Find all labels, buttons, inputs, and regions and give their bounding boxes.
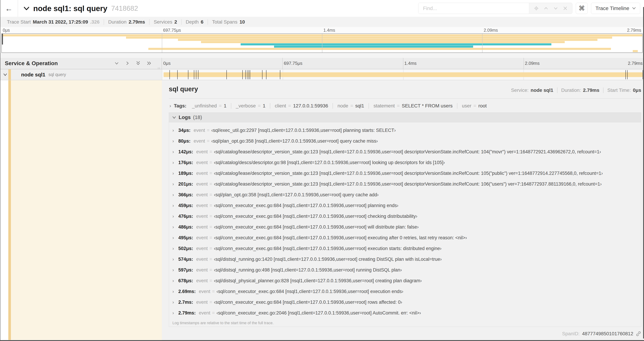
logs-header[interactable]: Logs (18) xyxy=(169,113,641,122)
log-entry[interactable]: › 574μs: event = ‹sql/distsql_running.go… xyxy=(169,254,641,265)
detail-left-column xyxy=(0,80,162,341)
chevron-right-icon: › xyxy=(172,289,178,294)
find-input[interactable] xyxy=(418,3,529,14)
expand-all-icon[interactable] xyxy=(147,61,152,66)
prev-match-icon[interactable] xyxy=(544,6,548,11)
expand-one-icon[interactable] xyxy=(125,61,130,66)
chevron-right-icon: › xyxy=(172,214,178,219)
log-entry[interactable]: › 176μs: event = ‹sql/catalog/descs/desc… xyxy=(169,157,641,168)
span-id-value: 4877749850101760812 xyxy=(582,331,633,336)
find-box xyxy=(418,3,572,14)
back-button[interactable]: ← xyxy=(0,0,18,17)
chevron-right-icon: › xyxy=(172,278,178,283)
log-timestamp: 502μs: xyxy=(178,246,193,251)
view-selector-button[interactable]: Trace Timeline xyxy=(591,3,640,14)
log-timestamp: 574μs: xyxy=(178,257,193,262)
collapse-one-icon[interactable] xyxy=(114,61,119,66)
trace-minimap[interactable] xyxy=(2,34,642,53)
log-entry[interactable]: › 678μs: event = ‹sql/distsql_physical_p… xyxy=(169,275,641,286)
horizontal-scrollbar[interactable] xyxy=(0,340,644,341)
tag-value: 127.0.0.1:59936 xyxy=(293,103,328,109)
summary-label: Total Spans xyxy=(212,19,237,25)
tag-key: user xyxy=(462,103,471,109)
link-icon[interactable] xyxy=(636,331,641,336)
tag[interactable]: statement = SELECT * FROM users xyxy=(368,103,457,109)
log-entry[interactable]: › 201μs: event = ‹sql/catalog/lease/desc… xyxy=(169,179,641,189)
log-field-name: event xyxy=(196,278,208,283)
log-marker-tick xyxy=(642,70,643,79)
meta-service-value: node sql1 xyxy=(530,88,553,93)
log-entry[interactable]: › 366μs: event = ‹sql/plan_opt.go:358 [n… xyxy=(169,189,641,200)
log-field-name: event xyxy=(196,257,208,262)
log-timestamp: 80μs: xyxy=(178,138,190,144)
detail-row-background xyxy=(11,80,162,340)
log-entry[interactable]: › 189μs: event = ‹sql/catalog/lease/desc… xyxy=(169,168,641,179)
log-entry[interactable]: › 34μs: event = ‹sql/exec_util.go:2297 [… xyxy=(169,125,641,136)
log-marker-tick xyxy=(627,70,628,79)
log-value: ‹sql/plan_opt.go:358 [nsql1,client=127.0… xyxy=(214,192,378,198)
tag-value: root xyxy=(478,103,487,109)
log-timestamp: 2.69ms: xyxy=(178,289,196,294)
trace-summary-item: Duration 2.79ms xyxy=(104,19,149,25)
span-row-name-cell[interactable]: node sql1 sql query xyxy=(0,69,162,80)
log-entry[interactable]: › 2.7ms: event = ‹sql/conn_executor_exec… xyxy=(169,297,641,307)
trace-summary-item: Depth 6 xyxy=(181,19,208,25)
tag-value: 1 xyxy=(263,103,266,109)
log-field-name: event xyxy=(196,224,208,230)
log-entry[interactable]: › 495μs: event = ‹sql/conn_executor_exec… xyxy=(169,232,641,243)
time-tick-label: 1.4ms xyxy=(324,28,335,33)
window-left-edge xyxy=(0,0,0,341)
log-entry[interactable]: › 2.79ms: event = ‹sql/conn_executor_exe… xyxy=(169,307,641,318)
trace-summary-item: Services 2 xyxy=(149,19,181,25)
log-field-name: event xyxy=(196,149,208,155)
tag-value: sql1 xyxy=(355,103,364,109)
tags-row[interactable]: › Tags: _unfinished = 1 _verbose = 1 cli… xyxy=(169,101,641,110)
next-match-icon[interactable] xyxy=(553,6,558,11)
log-marker-tick xyxy=(245,70,246,79)
summary-value: 6 xyxy=(201,19,204,25)
meta-service: Service: node sql1 xyxy=(507,88,557,93)
log-value: ‹sql/conn_executor_exec.go:684 [nsql1,cl… xyxy=(214,235,467,240)
tag[interactable]: _verbose = 1 xyxy=(231,103,270,109)
vertical-scrollbar[interactable] xyxy=(643,7,644,338)
log-value: ‹sql/conn_executor_exec.go:684 [nsql1,cl… xyxy=(214,224,418,230)
tag[interactable]: node = sql1 xyxy=(332,103,368,109)
log-marker-tick xyxy=(188,70,188,79)
log-equals: = xyxy=(210,160,212,165)
log-entry[interactable]: › 502μs: event = ‹sql/conn_executor_exec… xyxy=(169,243,641,254)
log-entry[interactable]: › 142μs: event = ‹sql/catalog/lease/desc… xyxy=(169,146,641,157)
keyboard-shortcuts-button[interactable]: ⌘ xyxy=(576,3,588,14)
log-entry[interactable]: › 2.69ms: event = ‹sql/conn_executor_exe… xyxy=(169,286,641,297)
trace-title-group[interactable]: node sql1: sql query 7418682 xyxy=(24,0,138,17)
log-entry[interactable]: › 80μs: event = ‹sql/plan_opt.go:358 [ns… xyxy=(169,136,641,146)
log-field-name: event xyxy=(196,267,208,273)
log-equals: = xyxy=(207,138,210,144)
log-entry[interactable]: › 597μs: event = ‹sql/distsql_running.go… xyxy=(169,265,641,275)
tag[interactable]: user = root xyxy=(457,103,491,109)
logs-section: Logs (18) › 34μs: event = ‹sql/exec_util… xyxy=(169,112,641,327)
summary-suffix: .326 xyxy=(90,19,100,25)
log-marker-tick xyxy=(196,70,196,79)
minimap-scrubber-handle[interactable] xyxy=(2,34,3,45)
log-marker-tick xyxy=(266,70,266,79)
log-marker-tick xyxy=(280,70,280,79)
collapse-controls xyxy=(114,61,152,66)
span-row-timeline-cell[interactable] xyxy=(162,69,644,80)
log-marker-tick xyxy=(177,70,178,79)
collapse-all-icon[interactable] xyxy=(136,61,140,66)
tag[interactable]: client = 127.0.0.1:59936 xyxy=(270,103,332,109)
service-operation-title: Service & Operation xyxy=(5,60,58,67)
clear-search-icon[interactable] xyxy=(563,6,568,11)
log-field-name: event xyxy=(196,246,208,251)
log-entry[interactable]: › 486μs: event = ‹sql/conn_executor_exec… xyxy=(169,222,641,232)
log-entry[interactable]: › 476μs: event = ‹sql/conn_executor_exec… xyxy=(169,211,641,222)
locate-icon[interactable] xyxy=(534,6,539,11)
log-marker-tick xyxy=(170,70,170,79)
log-entry[interactable]: › 459μs: event = ‹sql/conn_executor_exec… xyxy=(169,200,641,211)
chevron-right-icon: › xyxy=(172,192,178,198)
chevron-down-icon[interactable] xyxy=(3,73,7,76)
chevron-right-icon: › xyxy=(172,181,178,187)
time-tick-label: 1.4ms xyxy=(404,61,417,66)
tag[interactable]: _unfinished = 1 xyxy=(188,103,231,109)
view-selector-label: Trace Timeline xyxy=(595,5,629,11)
